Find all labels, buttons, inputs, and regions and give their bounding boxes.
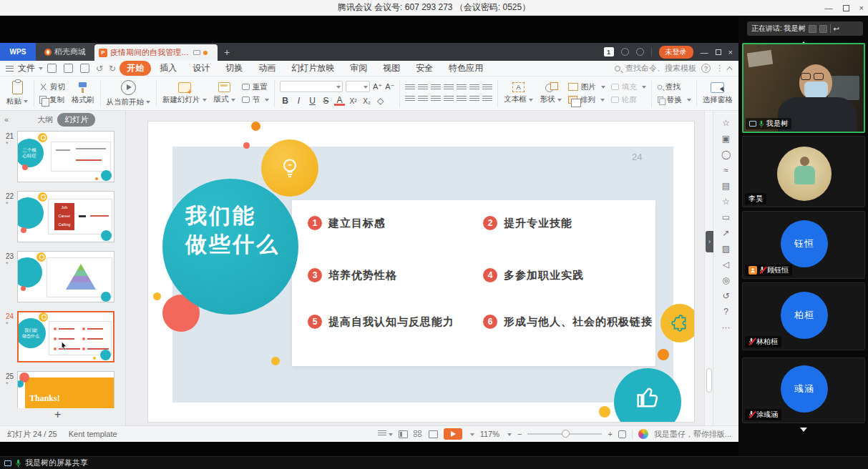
slide-thumb-21[interactable]: 21 * 三个核心特征: [0, 131, 126, 191]
tab-insert[interactable]: 插入: [152, 61, 184, 76]
wps-close-button[interactable]: ×: [728, 48, 733, 56]
superscript-button[interactable]: X²: [348, 97, 359, 105]
collapse-panel-button[interactable]: «: [4, 115, 9, 124]
minimize-button[interactable]: —: [825, 4, 833, 12]
bulb-circle[interactable]: [261, 139, 318, 197]
tab-document[interactable]: P 疫情期间的自我管理.pptx: [94, 44, 218, 61]
wps-restore-button[interactable]: [716, 49, 721, 55]
more-menu-icon[interactable]: ⋮: [716, 64, 723, 73]
zoom-out-button[interactable]: −: [517, 430, 522, 438]
slide-thumb-23[interactable]: 23 *: [0, 251, 126, 311]
italic-button[interactable]: I: [293, 96, 304, 106]
tab-slides[interactable]: 幻灯片: [57, 113, 95, 127]
reset-button[interactable]: 重置: [242, 82, 270, 92]
wps-minimize-button[interactable]: —: [701, 48, 708, 56]
search-input[interactable]: 查找命令、搜索模板: [625, 63, 696, 74]
shapes-tool-icon[interactable]: ◯: [721, 148, 731, 161]
find-button[interactable]: 查找: [657, 82, 691, 92]
wps-logo[interactable]: WPS: [0, 43, 36, 61]
thumbnail[interactable]: Thanks!: [17, 371, 114, 408]
grow-font-button[interactable]: A⁺: [373, 82, 382, 92]
slide-sorter-button[interactable]: [414, 430, 423, 438]
slide-thumb-25[interactable]: 25 * Thanks!: [0, 371, 126, 408]
video-tile[interactable]: 钰恒 顾钰恒: [742, 211, 865, 279]
tab-outline[interactable]: 大纲: [37, 114, 53, 125]
slideshow-play-button[interactable]: [444, 428, 462, 440]
textbox-button[interactable]: A 文本框: [500, 82, 537, 104]
undo-icon[interactable]: ↺: [96, 64, 103, 74]
fit-page-button[interactable]: [618, 430, 626, 438]
vertical-scrollbar[interactable]: [704, 111, 713, 425]
toolbox-icon[interactable]: ▭: [722, 211, 730, 224]
expand-pane-tab[interactable]: ›: [706, 231, 713, 252]
play-from-current-button[interactable]: 从当前开始: [103, 80, 155, 107]
history-icon[interactable]: ↺: [722, 290, 729, 302]
print-preview-icon[interactable]: [80, 64, 89, 73]
subscript-button[interactable]: X₂: [361, 97, 372, 105]
object-properties-icon[interactable]: ▣: [722, 132, 730, 145]
indent-icon[interactable]: [444, 84, 454, 92]
zoom-caret[interactable]: [507, 433, 512, 438]
font-family-select[interactable]: [280, 81, 343, 92]
outline-button[interactable]: 轮廓: [611, 95, 646, 105]
text-direction-icon[interactable]: [457, 84, 467, 92]
strikethrough-button[interactable]: S: [321, 96, 331, 106]
normal-view-button[interactable]: [399, 430, 408, 438]
tab-security[interactable]: 安全: [409, 61, 440, 76]
section-button[interactable]: 节: [242, 95, 270, 105]
slide-24[interactable]: 24 1 建立目标感 2 提升专业技能 3: [148, 122, 694, 422]
video-tile[interactable]: 李昊: [742, 136, 865, 207]
adjust-icon[interactable]: ≈: [723, 164, 728, 177]
help-icon[interactable]: ?: [701, 64, 711, 73]
align-left-icon[interactable]: [405, 96, 415, 103]
format-painter-button[interactable]: 格式刷: [68, 82, 98, 105]
play-options-caret[interactable]: [470, 433, 474, 438]
video-tile-speaker[interactable]: 我是树: [742, 43, 865, 133]
font-size-select[interactable]: [346, 81, 370, 92]
selection-pane-button[interactable]: 选择窗格: [699, 82, 736, 105]
numbering-icon[interactable]: [418, 84, 428, 92]
redo-icon[interactable]: ↻: [109, 64, 116, 74]
video-tile[interactable]: 柏桓 林柏桓: [742, 282, 865, 350]
picture-button[interactable]: 图片: [568, 82, 605, 92]
slide-thumb-22[interactable]: 22 * Job Career Calling: [0, 191, 126, 251]
skin-icon[interactable]: [636, 48, 644, 56]
line-spacing-icon[interactable]: [469, 96, 479, 103]
more-rail-icon[interactable]: ···: [722, 321, 731, 334]
video-tile[interactable]: 彧涵 涂彧涵: [742, 357, 865, 423]
tab-animations[interactable]: 动画: [251, 61, 283, 76]
layout-button[interactable]: 版式: [210, 82, 239, 104]
list-item[interactable]: 2 提升专业技能: [483, 216, 572, 230]
zoom-in-button[interactable]: +: [608, 430, 612, 438]
list-item[interactable]: 3 培养优势性格: [308, 268, 397, 282]
tab-design[interactable]: 设计: [185, 61, 217, 76]
replace-button[interactable]: 替换: [657, 95, 691, 105]
slide-thumb-24[interactable]: 24 * 我们能做些什么: [0, 311, 126, 371]
tab-docer-store[interactable]: 稻壳商城: [36, 43, 94, 61]
zoom-level[interactable]: 117%: [480, 430, 499, 438]
tab-view[interactable]: 视图: [376, 61, 407, 76]
content-box[interactable]: 1 建立目标感 2 提升专业技能 3 培养优势性格: [292, 200, 655, 366]
copy-button[interactable]: 复制: [39, 95, 65, 105]
shrink-font-button[interactable]: A⁻: [385, 82, 394, 92]
assistant-icon[interactable]: [638, 429, 648, 439]
export-icon[interactable]: ↗: [722, 227, 729, 240]
slide-gallery-icon[interactable]: ▤: [722, 179, 730, 192]
text-align-top-icon[interactable]: [482, 84, 492, 92]
distribute-icon[interactable]: [457, 96, 467, 103]
notification-icon[interactable]: [621, 48, 629, 56]
maximize-button[interactable]: [843, 5, 849, 11]
columns-icon[interactable]: [469, 84, 479, 92]
paste-button[interactable]: 粘贴: [3, 81, 31, 107]
image-tool-icon[interactable]: ▨: [722, 242, 730, 255]
new-tab-button[interactable]: +: [218, 43, 236, 61]
close-button[interactable]: ×: [859, 4, 864, 12]
font-color-button[interactable]: A: [334, 97, 345, 106]
reading-view-button[interactable]: [429, 430, 438, 438]
zoom-slider-knob[interactable]: [562, 430, 570, 438]
cut-button[interactable]: 剪切: [39, 82, 65, 92]
member-icon[interactable]: ◎: [722, 274, 729, 287]
list-item[interactable]: 4 多参加职业实践: [483, 268, 584, 282]
favorites-icon[interactable]: ☆: [722, 195, 730, 208]
notes-button[interactable]: [378, 430, 393, 438]
